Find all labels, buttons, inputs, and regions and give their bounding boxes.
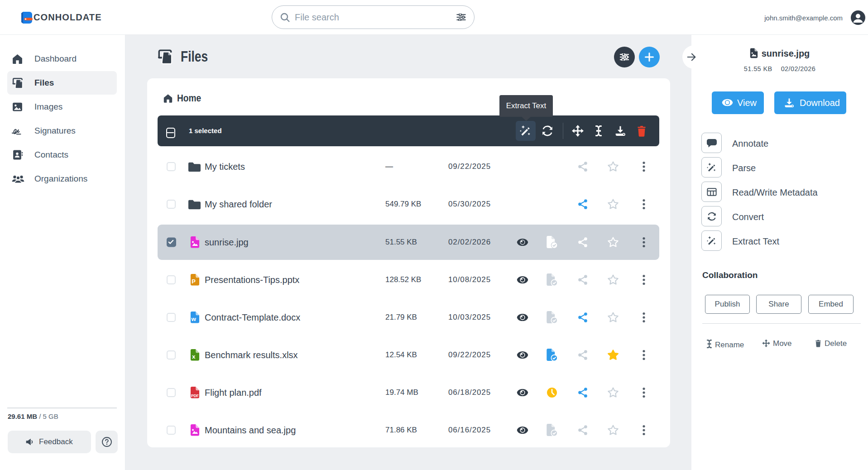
svg-text:P: P — [192, 278, 196, 285]
svg-text:w: w — [191, 316, 196, 322]
svg-text:PDF: PDF — [191, 393, 199, 398]
svg-text:x: x — [192, 353, 196, 360]
